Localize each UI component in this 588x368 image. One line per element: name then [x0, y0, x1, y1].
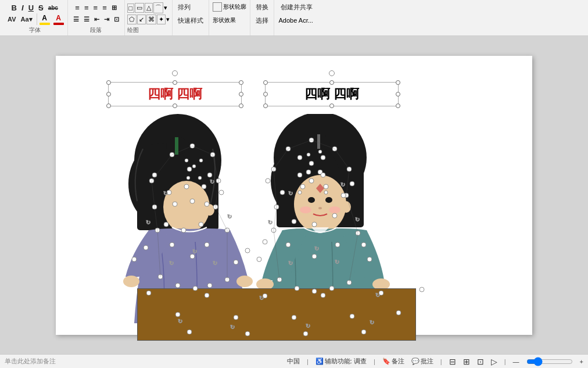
handle-br-1[interactable]	[239, 103, 243, 108]
outline-row: 形状轮廓	[213, 2, 246, 12]
text-box-1[interactable]: 四啊 四啊	[108, 82, 242, 106]
text-box-2-container[interactable]: 四啊 四啊	[265, 82, 399, 106]
char-spacing-button[interactable]: AV	[6, 15, 17, 24]
note-placeholder[interactable]: 单击此处添加备注	[5, 357, 282, 366]
align-center-button[interactable]: ≡	[83, 2, 91, 13]
adobe-row2: Adobe Acr...	[279, 17, 314, 24]
handle-tm-2[interactable]	[329, 80, 334, 85]
highlight-icon: A	[42, 14, 47, 22]
handle-bl-1[interactable]	[106, 103, 111, 108]
handle-mr-1[interactable]	[239, 92, 243, 97]
accessibility-button[interactable]: ♿ 辅助功能: 调查	[315, 357, 367, 366]
draw-group: □ ▭ △ ⌒ ▾ ⬠ ↙ ⌘ ✦ ▾ 绘图	[125, 0, 173, 35]
strikethrough-button[interactable]: S	[37, 2, 45, 13]
handle-tr-1[interactable]	[239, 80, 243, 85]
align-justify-button[interactable]: ≡	[101, 2, 109, 13]
create-merge-button[interactable]: 创建并共享	[279, 2, 314, 12]
svg-point-14	[325, 197, 332, 203]
para-expand-button[interactable]: ⊡	[112, 15, 121, 24]
slide-canvas[interactable]: ↻ ↻ ↻ ↻ ↻ ↻ ↻ ↻ ↻ ↻ ↻ ↻ ↻ ↻ ↻	[56, 56, 532, 335]
svg-point-7	[123, 276, 139, 287]
bookmark-button[interactable]: 🔖 备注	[382, 357, 404, 366]
draw-row2: ⬠ ↙ ⌘ ✦ ▾	[127, 15, 170, 24]
fullscreen-button[interactable]: ▷	[491, 357, 497, 366]
para-row1: ≡ ≡ ≡ ≡ ⊞	[73, 2, 118, 13]
handle-tm-1[interactable]	[173, 80, 177, 85]
para-group: ≡ ≡ ≡ ≡ ⊞ ☰ ☰ ⇤ ⇥ ⊡ 段落	[68, 0, 125, 35]
grid-view-button[interactable]: ⊞	[463, 357, 470, 366]
handle-ml-1[interactable]	[106, 92, 111, 97]
handle-bm-1[interactable]	[173, 103, 177, 108]
columns-button[interactable]: ⊞	[110, 3, 119, 13]
handle-tr-2[interactable]	[396, 80, 400, 85]
case-button[interactable]: Aa▾	[19, 15, 34, 24]
zoom-in-button[interactable]: +	[580, 358, 583, 365]
handle-mr-2[interactable]	[396, 92, 400, 97]
font-row2: AV Aa▾ A A	[6, 13, 64, 25]
canvas-area[interactable]: ↻ ↻ ↻ ↻ ↻ ↻ ↻ ↻ ↻ ↻ ↻ ↻ ↻ ↻ ↻	[0, 36, 588, 354]
svg-point-16	[300, 206, 311, 213]
handle-ml-2[interactable]	[263, 92, 268, 97]
slide-view-icon: ⊟	[449, 357, 456, 366]
text-box-2[interactable]: 四啊 四啊	[265, 82, 399, 106]
bullet-list-button[interactable]: ☰	[71, 15, 81, 24]
decrease-indent-button[interactable]: ⇤	[92, 15, 101, 24]
handle-tl-2[interactable]	[263, 80, 268, 85]
rotate-handle-2[interactable]	[329, 70, 335, 76]
callout-shape[interactable]: ⌘	[146, 15, 156, 24]
handle-bl-2[interactable]	[263, 103, 268, 108]
shapes-expand[interactable]: ▾	[164, 4, 167, 12]
replace-button[interactable]: 替换	[254, 2, 270, 12]
arrow-shape[interactable]: ↙	[137, 15, 146, 24]
zoom-slider[interactable]	[526, 357, 573, 366]
underline-button[interactable]: U	[27, 2, 35, 13]
rect-shape[interactable]: □	[127, 3, 135, 13]
quick-style-button[interactable]: 快速样式	[176, 16, 205, 26]
reading-view-button[interactable]: ⊡	[477, 357, 484, 366]
font-group: B I U S abc AV Aa▾ A A 字体	[2, 0, 68, 35]
handle-bm-2[interactable]	[329, 103, 334, 108]
shape-effect-label: 形状效果	[213, 16, 236, 24]
select-button[interactable]: 选择	[254, 16, 270, 26]
curve-shape[interactable]: ⌒	[153, 2, 163, 13]
arrange-row2: 快速样式	[176, 16, 205, 26]
text-box-1-container[interactable]: 四啊 四啊	[108, 82, 242, 106]
rounded-rect-shape[interactable]: ▭	[135, 3, 144, 13]
effect-row: 形状效果	[213, 16, 246, 24]
handle-br-2[interactable]	[396, 103, 400, 108]
highlight-color-bar	[40, 23, 50, 25]
handle-tl-1[interactable]	[106, 80, 111, 85]
arrange-button[interactable]: 排列	[176, 2, 192, 12]
font-color-icon: A	[56, 14, 61, 22]
adobe-section: 创建并共享 Adobe Acr...	[274, 0, 319, 35]
align-left-button[interactable]: ≡	[73, 2, 81, 13]
triangle-shape[interactable]: △	[145, 3, 153, 13]
arrange-section: 排列 快速样式	[173, 0, 209, 35]
text-content-1: 四啊 四啊	[148, 85, 202, 103]
lang-label: 中国	[287, 357, 300, 366]
rotate-handle-1[interactable]	[172, 70, 178, 76]
shape-effect-group: 形状效果	[213, 16, 236, 24]
illustration: ↻ ↻ ↻ ↻ ↻ ↻ ↻ ↻ ↻ ↻ ↻ ↻ ↻ ↻ ↻	[102, 79, 462, 335]
align-right-button[interactable]: ≡	[92, 2, 100, 13]
increase-indent-button[interactable]: ⇥	[102, 15, 111, 24]
abc-strikethrough-button[interactable]: abc	[46, 3, 60, 12]
slide-view-button[interactable]: ⊟	[449, 357, 456, 366]
font-color-group: A	[53, 14, 64, 25]
shapes-expand2[interactable]: ▾	[166, 16, 170, 23]
draw-row1: □ ▭ △ ⌒ ▾	[127, 2, 170, 13]
svg-point-3	[163, 181, 210, 233]
shape-outline-preview	[213, 2, 222, 12]
text-content-2: 四啊 四啊	[304, 85, 359, 103]
bookmark-label: 备注	[392, 357, 404, 366]
adobe-label: Adobe Acr...	[279, 17, 313, 24]
numbered-list-button[interactable]: ☰	[82, 15, 91, 24]
comment-button[interactable]: 💬 批注	[411, 357, 433, 366]
italic-button[interactable]: I	[20, 2, 26, 13]
shape-outline-group: 形状轮廓	[213, 2, 246, 12]
font-row1: B I U S abc	[10, 2, 60, 13]
star-shape[interactable]: ✦	[157, 15, 166, 24]
svg-point-17	[329, 206, 340, 213]
pentagon-shape[interactable]: ⬠	[127, 15, 137, 24]
bold-button[interactable]: B	[10, 2, 19, 13]
